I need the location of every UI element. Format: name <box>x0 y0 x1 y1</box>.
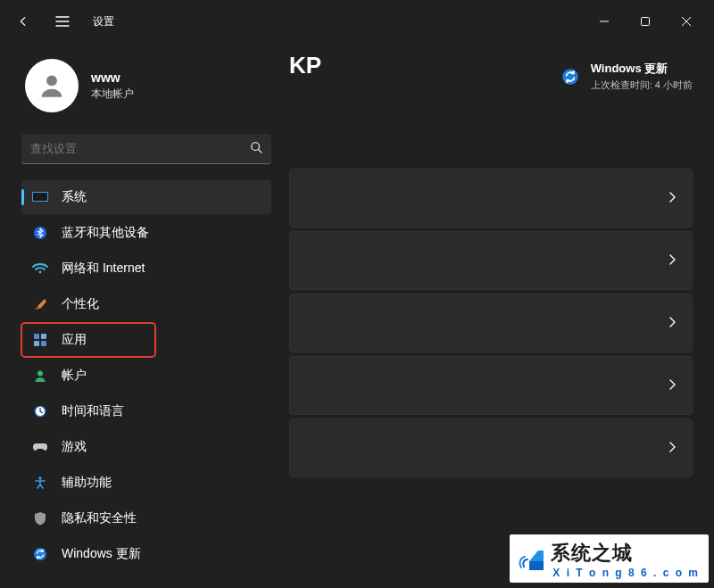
maximize-button[interactable] <box>625 7 666 36</box>
svg-point-2 <box>252 143 260 151</box>
main-panel: KP Windows 更新 上次检查时间: 4 小时前 <box>271 43 693 588</box>
shield-icon <box>32 510 48 526</box>
settings-card[interactable] <box>289 294 693 352</box>
sidebar-item-label: 游戏 <box>62 439 87 455</box>
sidebar-item-label: 系统 <box>62 189 87 205</box>
search-input[interactable] <box>30 142 250 155</box>
sidebar-item-personalization[interactable]: 个性化 <box>21 287 271 321</box>
sidebar-item-bluetooth[interactable]: 蓝牙和其他设备 <box>21 216 271 250</box>
titlebar-right <box>584 7 707 36</box>
sidebar-item-time[interactable]: 时间和语言 <box>21 394 271 428</box>
update-title: Windows 更新 <box>591 61 693 77</box>
chevron-right-icon <box>668 440 676 456</box>
svg-point-15 <box>34 548 46 560</box>
svg-rect-0 <box>642 18 650 26</box>
update-subtitle: 上次检查时间: 4 小时前 <box>591 79 693 92</box>
svg-point-6 <box>39 271 42 274</box>
svg-rect-4 <box>33 193 47 201</box>
page-title: KP <box>289 52 321 79</box>
close-icon <box>682 17 691 26</box>
watermark-text: 系统之城 <box>551 540 700 567</box>
close-button[interactable] <box>666 7 707 36</box>
settings-card[interactable] <box>289 418 693 477</box>
sidebar-item-network[interactable]: 网络和 Internet <box>21 252 271 286</box>
chevron-right-icon <box>668 190 676 206</box>
profile-name: www <box>91 70 134 85</box>
sidebar-item-label: 隐私和安全性 <box>62 510 137 526</box>
account-icon <box>32 368 48 384</box>
update-text: Windows 更新 上次检查时间: 4 小时前 <box>591 61 693 92</box>
maximize-icon <box>641 17 650 26</box>
sync-icon <box>560 67 580 87</box>
sidebar-item-label: 个性化 <box>62 296 99 312</box>
bluetooth-icon <box>32 225 48 241</box>
sidebar-item-label: 蓝牙和其他设备 <box>62 225 149 241</box>
search-icon <box>250 141 262 156</box>
hamburger-icon <box>55 15 70 28</box>
sidebar-item-privacy[interactable]: 隐私和安全性 <box>21 501 271 535</box>
sidebar-item-label: 网络和 Internet <box>62 261 145 277</box>
titlebar-left: 设置 <box>7 5 114 37</box>
minimize-button[interactable] <box>584 7 625 36</box>
sidebar-item-label: Windows 更新 <box>62 546 141 562</box>
window-title: 设置 <box>93 14 114 29</box>
watermark: 系统之城 X i T o n g 8 6 . c o m <box>510 534 709 583</box>
watermark-url: X i T o n g 8 6 . c o m <box>552 567 700 579</box>
avatar <box>25 59 79 112</box>
svg-rect-8 <box>41 334 46 339</box>
sidebar: www 本地帐户 系统 蓝牙和其他设备 <box>21 43 271 588</box>
clock-icon <box>32 403 48 419</box>
sidebar-item-label: 帐户 <box>62 368 87 384</box>
person-icon <box>37 70 67 101</box>
sidebar-item-update[interactable]: Windows 更新 <box>21 537 271 571</box>
settings-card[interactable] <box>289 169 693 228</box>
settings-card[interactable] <box>289 356 693 415</box>
apps-icon <box>32 332 48 348</box>
profile-type: 本地帐户 <box>91 87 134 102</box>
chevron-right-icon <box>668 377 676 393</box>
sidebar-item-accounts[interactable]: 帐户 <box>21 359 271 393</box>
wifi-icon <box>32 261 48 277</box>
chevron-right-icon <box>668 253 676 269</box>
svg-point-1 <box>46 75 57 86</box>
sidebar-nav: 系统 蓝牙和其他设备 网络和 Internet 个性化 <box>21 180 271 571</box>
sidebar-item-label: 辅助功能 <box>62 475 112 491</box>
watermark-text-block: 系统之城 X i T o n g 8 6 . c o m <box>551 540 700 579</box>
brush-icon <box>32 296 48 312</box>
chevron-right-icon <box>668 315 676 331</box>
main-header: KP Windows 更新 上次检查时间: 4 小时前 <box>289 52 693 92</box>
back-icon <box>17 15 29 28</box>
hamburger-button[interactable] <box>46 5 79 37</box>
settings-card[interactable] <box>289 231 693 290</box>
svg-rect-10 <box>41 341 46 346</box>
settings-cards <box>289 169 693 477</box>
sidebar-item-gaming[interactable]: 游戏 <box>21 430 271 464</box>
sidebar-item-accessibility[interactable]: 辅助功能 <box>21 466 271 500</box>
minimize-icon <box>600 17 609 26</box>
profile-info: www 本地帐户 <box>91 70 134 102</box>
sync-icon <box>32 546 48 562</box>
svg-point-11 <box>37 371 43 377</box>
sidebar-item-apps[interactable]: 应用 <box>21 323 155 357</box>
profile-block[interactable]: www 本地帐户 <box>21 43 271 128</box>
watermark-logo <box>519 547 545 572</box>
system-icon <box>32 189 48 205</box>
gamepad-icon <box>32 439 48 455</box>
search-box[interactable] <box>21 134 271 164</box>
svg-rect-7 <box>34 334 39 339</box>
svg-point-16 <box>562 69 578 85</box>
svg-point-14 <box>38 476 42 480</box>
svg-rect-17 <box>529 561 544 570</box>
accessibility-icon <box>32 475 48 491</box>
sidebar-item-label: 应用 <box>62 332 87 348</box>
sidebar-item-system[interactable]: 系统 <box>21 180 271 214</box>
back-button[interactable] <box>7 5 39 37</box>
svg-rect-9 <box>34 341 39 346</box>
titlebar: 设置 <box>0 0 714 43</box>
windows-update-status[interactable]: Windows 更新 上次检查时间: 4 小时前 <box>560 61 693 92</box>
content: www 本地帐户 系统 蓝牙和其他设备 <box>0 43 714 588</box>
sidebar-item-label: 时间和语言 <box>62 403 124 419</box>
